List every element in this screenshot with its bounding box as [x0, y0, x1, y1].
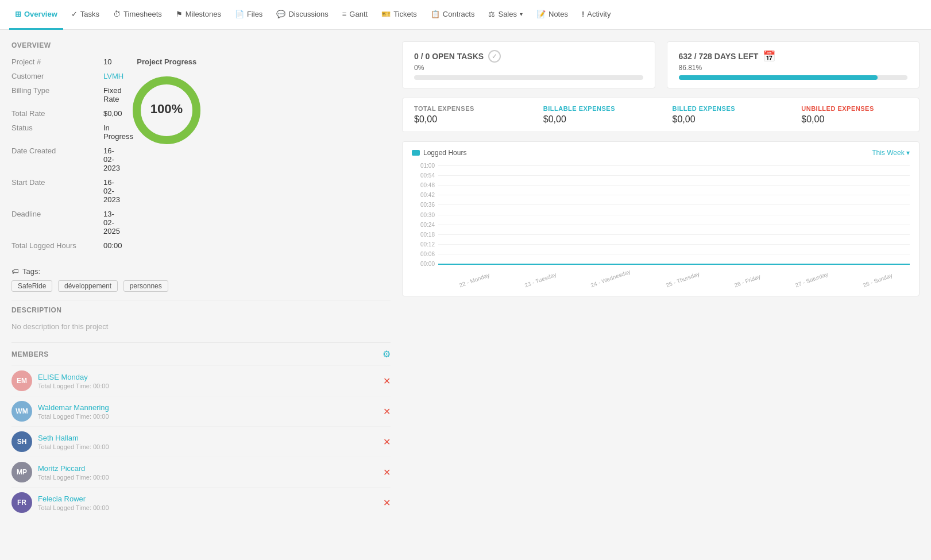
nav-tasks[interactable]: ✓ Tasks: [65, 0, 105, 30]
grid-line-4: 00:36: [412, 202, 910, 208]
member-info-3: Moritz Piccard Total Logged Time: 00:00: [38, 464, 383, 481]
tags-label: 🏷 Tags:: [11, 267, 391, 276]
x-label-0: 22 - Monday: [458, 272, 490, 288]
nav-files[interactable]: 📄 Files: [229, 0, 268, 30]
expense-billed-title: BILLED EXPENSES: [673, 105, 779, 112]
nav-timesheets[interactable]: ⏱ Timesheets: [107, 0, 168, 30]
member-avatar-4: FR: [11, 492, 32, 513]
days-left-bar: [679, 75, 908, 80]
member-remove-1[interactable]: ✕: [383, 406, 391, 417]
member-row-4: FR Felecia Rower Total Logged Time: 00:0…: [11, 487, 391, 517]
chart-grid-area: 01:00 00:54 00:48 00:42: [412, 163, 910, 272]
nav-overview[interactable]: ⊞ Overview: [9, 0, 63, 30]
member-avatar-0: EM: [11, 370, 32, 391]
member-remove-0[interactable]: ✕: [383, 376, 391, 387]
member-name-1[interactable]: Waldemar Mannering: [38, 403, 383, 412]
expense-billable-value: $0,00: [543, 114, 650, 125]
member-name-4[interactable]: Felecia Rower: [38, 495, 383, 503]
member-row-3: MP Moritz Piccard Total Logged Time: 00:…: [11, 457, 391, 487]
grid-line-3: 00:42: [412, 192, 910, 198]
member-row-2: SH Seth Hallam Total Logged Time: 00:00 …: [11, 426, 391, 457]
x-label-3: 25 - Thursday: [665, 271, 701, 288]
description-title: DESCRIPTION: [11, 306, 391, 314]
info-row-logged-hours: Total Logged Hours 00:00: [11, 241, 95, 250]
grid-line-10: 00:00: [412, 261, 910, 267]
open-tasks-card: 0 / 0 OPEN TASKS ✓ 0%: [402, 41, 655, 88]
nav-gantt[interactable]: ≡ Gantt: [337, 0, 373, 30]
left-panel: OVERVIEW Project # 10 Customer LVMH Bill…: [11, 41, 402, 549]
member-name-2[interactable]: Seth Hallam: [38, 434, 383, 442]
expense-unbilled-value: $0,00: [801, 114, 907, 125]
member-name-3[interactable]: Moritz Piccard: [38, 464, 383, 473]
sales-dropdown-icon: ▾: [520, 11, 523, 17]
tasks-icon: ✓: [71, 10, 78, 18]
nav-activity[interactable]: ! Activity: [576, 0, 617, 30]
x-label-4: 26 - Friday: [733, 273, 762, 289]
grid-line-1: 00:54: [412, 172, 910, 179]
days-left-percent: 86.81%: [679, 64, 908, 72]
days-left-header: 632 / 728 DAYS LEFT 📅: [679, 50, 908, 63]
tag-developpement[interactable]: développement: [58, 280, 118, 292]
description-section: DESCRIPTION No description for this proj…: [11, 306, 391, 331]
info-table: Project # 10 Customer LVMH Billing Type …: [11, 57, 95, 256]
info-row-billing: Billing Type Fixed Rate: [11, 86, 95, 103]
nav-notes[interactable]: 📝 Notes: [531, 0, 574, 30]
tag-icon: 🏷: [11, 267, 19, 276]
sales-icon: ⚖: [488, 10, 495, 18]
members-header: MEMBERS ⚙: [11, 349, 391, 360]
progress-donut: 100%: [129, 73, 204, 148]
nav-contracts[interactable]: 📋 Contracts: [425, 0, 481, 30]
svg-text:100%: 100%: [150, 102, 183, 116]
info-row-date-created: Date Created 16-02-2023: [11, 146, 95, 172]
divider-1: [11, 300, 391, 300]
milestones-icon: ⚑: [176, 10, 183, 18]
check-circle-icon: ✓: [488, 50, 501, 63]
grid-line-2: 00:48: [412, 182, 910, 188]
member-logged-1: Total Logged Time: 00:00: [38, 413, 383, 420]
files-icon: 📄: [235, 10, 244, 18]
tag-saferide[interactable]: SafeRide: [11, 280, 52, 292]
info-row-customer: Customer LVMH: [11, 72, 95, 80]
x-label-5: 27 - Saturday: [794, 271, 829, 288]
x-labels: 22 - Monday 23 - Tuesday 24 - Wednesday …: [442, 280, 910, 289]
member-avatar-1: WM: [11, 401, 32, 422]
days-left-label: 632 / 728 DAYS LEFT: [679, 52, 759, 61]
nav-sales[interactable]: ⚖ Sales ▾: [482, 0, 528, 30]
y-axis: 01:00 00:54 00:48 00:42: [412, 163, 910, 272]
this-week-button[interactable]: This Week ▾: [872, 149, 910, 157]
member-remove-3[interactable]: ✕: [383, 467, 391, 478]
overview-section-title: OVERVIEW: [11, 41, 391, 49]
members-settings-icon[interactable]: ⚙: [383, 349, 391, 360]
nav-milestones[interactable]: ⚑ Milestones: [170, 0, 227, 30]
x-label-1: 23 - Tuesday: [524, 271, 557, 288]
grid-line-5: 00:30: [412, 212, 910, 218]
open-tasks-percent: 0%: [414, 64, 643, 72]
tag-personnes[interactable]: personnes: [123, 280, 168, 292]
expense-billed: BILLED EXPENSES $0,00: [673, 105, 779, 125]
chart-area: 01:00 00:54 00:48 00:42: [412, 163, 910, 289]
grid-line-0: 01:00: [412, 163, 910, 169]
member-name-0[interactable]: ELISE Monday: [38, 373, 383, 381]
info-row-start-date: Start Date 16-02-2023: [11, 178, 95, 204]
tags-section: 🏷 Tags: SafeRide développement personnes: [11, 267, 391, 292]
info-row-status: Status In Progress: [11, 123, 95, 141]
notes-icon: 📝: [536, 10, 546, 18]
member-remove-2[interactable]: ✕: [383, 437, 391, 447]
member-info-1: Waldemar Mannering Total Logged Time: 00…: [38, 403, 383, 420]
activity-icon: !: [582, 10, 584, 18]
members-section: MEMBERS ⚙ EM ELISE Monday Total Logged T…: [11, 349, 391, 517]
project-info-progress: Project # 10 Customer LVMH Billing Type …: [11, 57, 391, 256]
legend-dot: [412, 150, 420, 156]
member-info-4: Felecia Rower Total Logged Time: 00:00: [38, 495, 383, 511]
x-label-6: 28 - Sunday: [862, 272, 893, 289]
member-row-1: WM Waldemar Mannering Total Logged Time:…: [11, 396, 391, 426]
expense-total-value: $0,00: [414, 114, 520, 125]
expense-billable-title: BILLABLE EXPENSES: [543, 105, 650, 112]
nav-discussions[interactable]: 💬 Discussions: [271, 0, 334, 30]
top-stats: 0 / 0 OPEN TASKS ✓ 0% 632 / 728 DAYS LEF…: [402, 41, 920, 88]
description-text: No description for this project: [11, 322, 391, 331]
calendar-icon: 📅: [763, 50, 775, 63]
nav-tickets[interactable]: 🎫 Tickets: [376, 0, 423, 30]
member-remove-4[interactable]: ✕: [383, 497, 391, 508]
member-info-0: ELISE Monday Total Logged Time: 00:00: [38, 373, 383, 389]
